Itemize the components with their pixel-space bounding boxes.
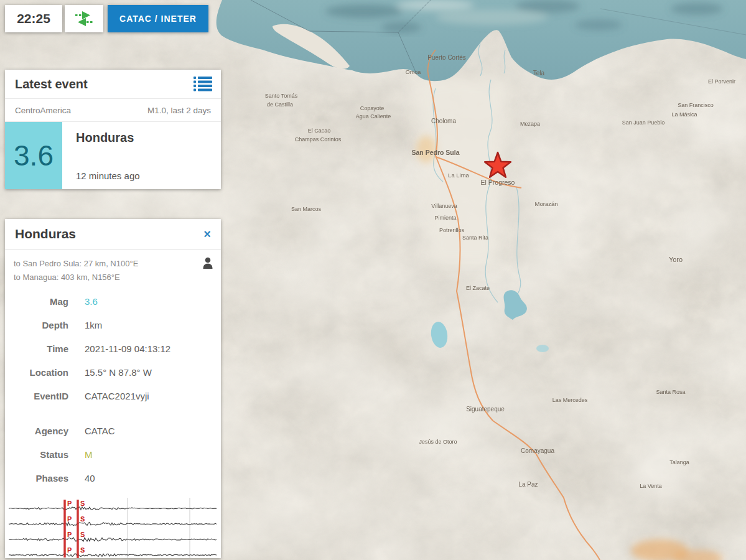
- felt-report-person-icon[interactable]: [202, 257, 213, 269]
- agency-button-label: CATAC / INETER: [119, 14, 197, 24]
- map-city-label: La Lima: [448, 172, 470, 179]
- distance-lines: to San Pedro Sula: 27 km, N100°Eto Manag…: [14, 257, 196, 284]
- connection-status[interactable]: [65, 5, 103, 32]
- event-field-mag: Mag3.6: [5, 289, 221, 313]
- field-label: Agency: [5, 426, 68, 436]
- s-phase-label: S: [80, 546, 85, 554]
- magnitude-value: 3.6: [14, 139, 54, 172]
- detail-header: Honduras ×: [5, 219, 221, 250]
- magnitude-badge: 3.6: [5, 122, 62, 189]
- seismogram-panel[interactable]: PSPSPSPS: [5, 498, 221, 558]
- map-city-label: El Progreso: [481, 179, 515, 186]
- map-city-label: Champas Corintos: [295, 136, 342, 142]
- map-city-label: Potrerillos: [439, 227, 465, 233]
- map-city-label: San Pedro Sula: [411, 149, 459, 156]
- event-place: Honduras: [76, 131, 211, 145]
- map-city-label: Puerto Cortés: [427, 54, 466, 61]
- detail-title: Honduras: [15, 226, 76, 241]
- map-city-label: Villanueva: [431, 203, 457, 209]
- field-value: 15.5° N 87.8° W: [85, 367, 152, 378]
- agency-button[interactable]: CATAC / INETER: [108, 5, 208, 32]
- field-label: EventID: [5, 391, 68, 401]
- distances-block: to San Pedro Sula: 27 km, N100°Eto Manag…: [5, 250, 221, 289]
- map-city-label: La Másica: [671, 111, 697, 118]
- event-field-time: Time2021-11-09 04:13:12: [5, 337, 221, 360]
- map-city-label: San Juan Pueblo: [622, 119, 665, 126]
- event-summary: Honduras 12 minutes ago: [62, 122, 221, 189]
- map-city-label: Santa Rosa: [656, 389, 685, 395]
- p-phase-label: P: [67, 500, 72, 507]
- p-phase-label: P: [67, 515, 72, 523]
- distance-line: to San Pedro Sula: 27 km, N100°E: [14, 257, 196, 271]
- clock-time: 22:25: [17, 11, 50, 26]
- latest-event-meta: CentroAmerica M1.0, last 2 days: [5, 98, 221, 121]
- field-value: 40: [85, 473, 95, 483]
- event-field-status: StatusM: [5, 442, 221, 466]
- close-icon[interactable]: ×: [203, 228, 211, 240]
- map-city-label: Talanga: [669, 459, 689, 465]
- p-phase-label: P: [67, 531, 72, 538]
- field-label: Mag: [5, 296, 68, 307]
- map-city-label: Pimienta: [434, 215, 456, 221]
- event-detail-panel: Honduras × to San Pedro Sula: 27 km, N10…: [5, 219, 221, 558]
- map-city-label: La Paz: [518, 481, 538, 488]
- event-field-agency: AgencyCATAC: [5, 419, 221, 442]
- map-city-label: El Cacao: [308, 128, 331, 134]
- field-label: Depth: [5, 320, 68, 330]
- event-field-phases: Phases40: [5, 466, 221, 490]
- region-label: CentroAmerica: [15, 106, 71, 115]
- s-phase-label: S: [80, 500, 85, 507]
- field-value: 1km: [85, 320, 102, 330]
- latest-event-row[interactable]: 3.6 Honduras 12 minutes ago: [5, 121, 221, 189]
- map-city-label: San Francisco: [678, 102, 714, 108]
- event-fields: Mag3.6Depth1kmTime2021-11-09 04:13:12Loc…: [5, 289, 221, 490]
- map-city-label: Omoa: [406, 69, 421, 75]
- event-time-ago: 12 minutes ago: [76, 170, 140, 181]
- map-city-label: Mezapa: [520, 121, 540, 127]
- map-city-label: Las Mercedes: [553, 397, 588, 403]
- waveform-trace: [9, 554, 217, 557]
- s-phase-label: S: [80, 515, 85, 523]
- field-value: M: [85, 449, 93, 460]
- map-city-label: Copayote: [360, 105, 385, 111]
- distance-line: to Managua: 403 km, N156°E: [14, 271, 196, 284]
- field-label: Status: [5, 449, 68, 460]
- waveform-trace: [9, 538, 217, 541]
- map-city-label: Agua Caliente: [356, 113, 391, 119]
- waveform-trace: [9, 507, 217, 510]
- map-city-label: Siguatepeque: [466, 406, 505, 413]
- map-city-label: Morazán: [535, 200, 558, 207]
- data-transfer-arrows-icon: [73, 9, 95, 28]
- field-label: Location: [5, 367, 68, 378]
- event-field-eventid: EventIDCATAC2021vyji: [5, 384, 221, 408]
- map-city-label: Comayagua: [521, 447, 554, 454]
- map-city-label: Choloma: [431, 118, 456, 124]
- event-list-icon[interactable]: [193, 76, 212, 92]
- p-phase-label: P: [67, 546, 72, 554]
- field-value: 2021-11-09 04:13:12: [85, 343, 170, 354]
- map-city-label: La Venta: [640, 483, 662, 489]
- s-phase-label: S: [80, 531, 85, 538]
- field-label: Time: [5, 343, 68, 354]
- field-value: CATAC2021vyji: [85, 391, 149, 401]
- map-city-label: Jesús de Otoro: [419, 439, 457, 445]
- utc-clock: 22:25: [5, 5, 62, 32]
- filter-label: M1.0, last 2 days: [147, 106, 211, 115]
- field-value: 3.6: [85, 296, 98, 307]
- map-city-label: de Castilla: [267, 101, 293, 108]
- map-city-label: Santa Rita: [462, 235, 488, 241]
- map-city-label: San Marcos: [291, 206, 322, 212]
- field-value: CATAC: [85, 426, 115, 436]
- map-city-label: Yoro: [669, 256, 683, 263]
- latest-event-title: Latest event: [15, 77, 88, 91]
- map-city-label: Santo Tomás: [265, 93, 298, 99]
- latest-event-panel: Latest event CentroAmerica M1.0, last 2 …: [5, 70, 221, 189]
- field-label: Phases: [5, 473, 68, 483]
- map-city-label: El Porvenir: [708, 78, 735, 85]
- latest-event-header: Latest event: [5, 70, 221, 98]
- event-field-depth: Depth1km: [5, 313, 221, 337]
- app-window: Puerto CortésOmoaTelaEl PorvenirSan Fran…: [0, 0, 746, 560]
- waveform-trace: [9, 522, 217, 526]
- map-city-label: El Zacate: [466, 285, 490, 291]
- event-field-location: Location15.5° N 87.8° W: [5, 360, 221, 384]
